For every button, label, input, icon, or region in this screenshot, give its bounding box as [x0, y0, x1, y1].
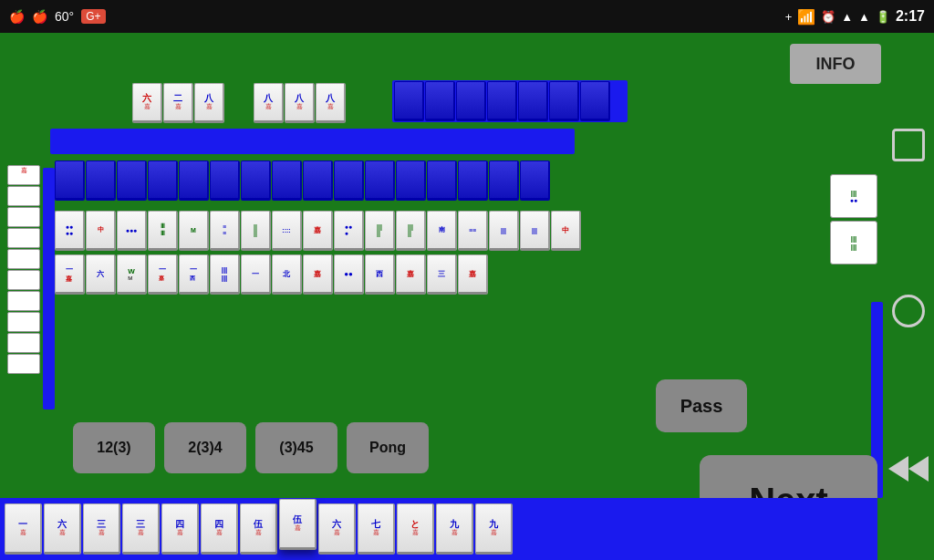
- tile[interactable]: ≡≡: [210, 211, 240, 251]
- tile-back: [86, 161, 116, 201]
- tile[interactable]: 嘉: [396, 254, 426, 295]
- tile[interactable]: M: [179, 211, 209, 251]
- tile-back: [425, 81, 455, 121]
- tile-back: [489, 161, 519, 201]
- temperature: 60°: [55, 9, 74, 24]
- tile[interactable]: 二嘉: [163, 83, 193, 123]
- tile[interactable]: ●●●: [117, 211, 147, 251]
- player-tile[interactable]: 九嘉: [475, 503, 513, 555]
- tile[interactable]: 六: [86, 254, 116, 295]
- tile-group-1: 六嘉 二嘉 八嘉: [132, 83, 224, 123]
- tile-back: [487, 81, 517, 121]
- right-panel-tiles: |||●● ||||||: [830, 174, 877, 264]
- player-tile[interactable]: 六嘉: [318, 503, 356, 555]
- tile-side[interactable]: [7, 333, 40, 353]
- tile-back: [396, 161, 426, 201]
- tile[interactable]: 嘉: [303, 211, 333, 251]
- tile[interactable]: |||: [520, 211, 550, 251]
- tile[interactable]: ●●●: [334, 211, 364, 251]
- tile-side[interactable]: 嘉: [7, 165, 40, 185]
- player-tile[interactable]: 伍嘉: [240, 503, 277, 555]
- player-tile[interactable]: 三嘉: [83, 503, 120, 555]
- info-button[interactable]: INFO: [790, 44, 881, 84]
- tile[interactable]: |||||: [396, 211, 426, 251]
- tile[interactable]: 嘉: [303, 254, 333, 295]
- tile-back: [241, 161, 271, 201]
- player-tile[interactable]: と嘉: [397, 503, 434, 555]
- tile-back: [272, 161, 302, 201]
- tile-side[interactable]: [7, 270, 40, 290]
- tile-side[interactable]: [7, 354, 40, 374]
- player-tile[interactable]: 六嘉: [44, 503, 81, 555]
- tile[interactable]: 南: [427, 211, 457, 251]
- tile[interactable]: 一: [241, 254, 271, 295]
- player-tile[interactable]: 三嘉: [122, 503, 160, 555]
- tile[interactable]: ≡≡: [458, 211, 488, 251]
- status-left: 🍎 🍎 60° G+: [9, 9, 106, 24]
- square-button[interactable]: [892, 129, 925, 161]
- tile[interactable]: 八嘉: [316, 83, 346, 123]
- tile[interactable]: 八嘉: [254, 83, 284, 123]
- tile[interactable]: 中: [86, 211, 116, 251]
- game-area: INFO 六嘉 二嘉 八嘉 八嘉 八嘉 八嘉: [0, 33, 934, 560]
- bluetooth-icon2: 📶: [797, 8, 815, 26]
- apple-icon1: 🍎: [9, 9, 25, 24]
- circle-button[interactable]: [892, 295, 925, 327]
- player-tile[interactable]: 伍嘉: [279, 499, 317, 550]
- apple-icon2: 🍎: [32, 9, 47, 24]
- tile-side[interactable]: [7, 186, 40, 206]
- tile[interactable]: |||●●: [830, 174, 877, 218]
- player-hand: 一嘉 六嘉 三嘉 三嘉 四嘉 四嘉 伍嘉 伍嘉 六嘉 七嘉 と嘉 九嘉 九嘉: [0, 498, 877, 560]
- tile-side[interactable]: [7, 291, 40, 311]
- tile[interactable]: 一西: [179, 254, 209, 295]
- tile-side[interactable]: [7, 312, 40, 332]
- tile[interactable]: 北: [272, 254, 302, 295]
- tile[interactable]: ||||: [241, 211, 271, 251]
- player-tile[interactable]: 七嘉: [358, 503, 395, 555]
- btn-345[interactable]: (3)45: [255, 422, 337, 473]
- game-tiles-row1: ●●●● 中 ●●● ⅢⅢ M ≡≡ |||| :::: 嘉 ●●● |||||…: [55, 211, 581, 251]
- top-blue-bar: [50, 129, 575, 154]
- player-tile[interactable]: 四嘉: [161, 503, 199, 555]
- tile[interactable]: 嘉: [458, 254, 488, 295]
- tile[interactable]: WM: [117, 254, 147, 295]
- player-tile[interactable]: 四嘉: [201, 503, 238, 555]
- btn-123[interactable]: 12(3): [73, 422, 155, 473]
- left-side-tiles: 嘉: [7, 165, 40, 374]
- tile[interactable]: 一嘉: [55, 254, 85, 295]
- tile-side[interactable]: [7, 249, 40, 269]
- tile[interactable]: ●●●●: [55, 211, 85, 251]
- tile[interactable]: ●●: [334, 254, 364, 295]
- status-bar: 🍎 🍎 60° G+ +️ 📶 ⏰ ▲ ▲ 🔋 2:17: [0, 0, 934, 33]
- btn-pong[interactable]: Pong: [347, 422, 429, 473]
- tile-back: [427, 161, 457, 201]
- tile-side[interactable]: [7, 228, 40, 248]
- tile[interactable]: ||||||: [210, 254, 240, 295]
- tile[interactable]: ||||||: [830, 221, 877, 264]
- tile[interactable]: 六嘉: [132, 83, 162, 123]
- tile[interactable]: ⅢⅢ: [148, 211, 178, 251]
- tile-side[interactable]: [7, 207, 40, 227]
- opponent-revealed-tiles: 六嘉 二嘉 八嘉 八嘉 八嘉 八嘉: [132, 83, 346, 123]
- tile-back: [394, 81, 424, 121]
- tile[interactable]: 西: [365, 254, 395, 295]
- bluetooth-icon: +️: [785, 10, 793, 24]
- pass-button[interactable]: Pass: [656, 379, 747, 432]
- tile[interactable]: |||: [489, 211, 519, 251]
- tile[interactable]: 三: [427, 254, 457, 295]
- player-tile[interactable]: 九嘉: [436, 503, 473, 555]
- tile[interactable]: ::::: [272, 211, 302, 251]
- back-button[interactable]: [892, 452, 925, 485]
- player-tile[interactable]: 一嘉: [5, 503, 42, 555]
- btn-234[interactable]: 2(3)4: [164, 422, 246, 473]
- tile[interactable]: 中: [551, 211, 581, 251]
- tile[interactable]: 八嘉: [285, 83, 315, 123]
- tile-back: [518, 81, 548, 121]
- tile[interactable]: 一嘉: [148, 254, 178, 295]
- tile-back: [148, 161, 178, 201]
- tile-back: [334, 161, 364, 201]
- tile[interactable]: 八嘉: [194, 83, 224, 123]
- tile[interactable]: |||||: [365, 211, 395, 251]
- tile-back: [179, 161, 209, 201]
- tile-back: [520, 161, 550, 201]
